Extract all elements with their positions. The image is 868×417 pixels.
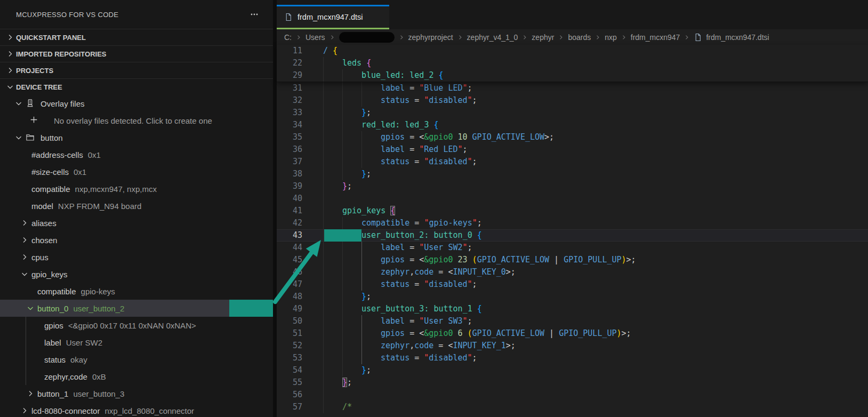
code-line-22[interactable]: 22leds { [277, 57, 868, 69]
code-line-49[interactable]: 49user_button_3: button_1 { [277, 303, 868, 315]
line-number: 40 [277, 193, 302, 205]
code-token: " [463, 316, 468, 326]
chevron-down-icon [23, 304, 37, 312]
tree-item-cpus[interactable]: cpus [0, 248, 273, 266]
tree-item-label: lcd-8080-connector [31, 406, 100, 415]
indent-guide [342, 315, 343, 327]
tree-item-compatible[interactable]: compatiblenxp,mcxn947, nxp,mcx [0, 180, 273, 197]
breadcrumb-item[interactable]: zephyr [532, 33, 554, 42]
code-token: red_led: led_3 [361, 120, 429, 130]
code-line-38[interactable]: 38}; [277, 168, 868, 180]
code-token: " [419, 316, 424, 326]
indent-guide [342, 352, 343, 364]
tree-item-overlay-files[interactable]: Overlay files [0, 95, 273, 112]
code-line-48[interactable]: 48}; [277, 291, 868, 303]
tree-item-label: gpio_keys [31, 270, 68, 279]
code-line-56[interactable]: 56 [277, 389, 868, 401]
indent-guide [361, 315, 362, 327]
code-line-57[interactable]: 57/* [277, 401, 868, 413]
code-line-32[interactable]: 32status = "disabled"; [277, 94, 868, 107]
code-line-36[interactable]: 36label = "Red LED"; [277, 143, 868, 156]
section-device-tree[interactable]: DEVICE TREE [0, 78, 273, 95]
tree-item-value: user_button_3 [73, 389, 124, 398]
line-number: 34 [277, 119, 302, 131]
line-number: 44 [277, 242, 302, 254]
tree-item-chosen[interactable]: chosen [0, 231, 273, 248]
tree-item-lcd-8080-connector[interactable]: lcd-8080-connectornxp_lcd_8080_connector [0, 402, 273, 417]
code-line-31[interactable]: 31label = "Blue LED"; [277, 82, 868, 94]
breadcrumb-item[interactable]: boards [568, 33, 591, 42]
ellipsis-icon[interactable] [247, 10, 261, 19]
file-icon [284, 13, 293, 21]
indent-guide [323, 217, 324, 229]
tree-item-gpio-keys[interactable]: gpio_keys [0, 266, 273, 283]
tree-item-value: <&gpio0 0x17 0x11 0xNAN 0xNAN> [68, 321, 196, 330]
section-quickstart-panel[interactable]: QUICKSTART PANEL [0, 29, 273, 45]
code-token: " [424, 279, 429, 289]
tree-item-label: button_1 [37, 389, 68, 398]
code-token: } [342, 181, 347, 191]
code-line-29[interactable]: 29blue_led: led_2 { [277, 69, 868, 82]
code-line-11[interactable]: 11/ { [277, 45, 868, 57]
tree-item-gpios[interactable]: gpios<&gpio0 0x17 0x11 0xNAN 0xNAN> [0, 317, 273, 334]
tree-item--size-cells[interactable]: #size-cells0x1 [0, 163, 273, 180]
tree-item-label[interactable]: labelUser SW2 [0, 334, 273, 351]
code-token: compatible [361, 218, 409, 228]
code-line-39[interactable]: 39}; [277, 180, 868, 193]
tree-item-status[interactable]: statusokay [0, 351, 273, 368]
code-line-55[interactable]: 55}; [277, 376, 868, 389]
code-line-47[interactable]: 47status = "disabled"; [277, 278, 868, 291]
tree-item-compatible[interactable]: compatiblegpio-keys [0, 283, 273, 300]
indent-guide [323, 291, 324, 303]
breadcrumb-item[interactable]: Users [306, 33, 325, 42]
breadcrumb-item[interactable]: zephyrproject [408, 33, 453, 42]
sidebar-editor-divider[interactable] [273, 0, 277, 417]
code-line-53[interactable]: 53status = "disabled"; [277, 352, 868, 364]
section-projects[interactable]: PROJECTS [0, 62, 273, 78]
breadcrumb-item[interactable]: frdm_mcxn947 [631, 33, 680, 42]
breadcrumb-separator-icon [329, 34, 335, 41]
code-line-52[interactable]: 52zephyr,code = <INPUT_KEY_1>; [277, 340, 868, 352]
tree-item-button-0[interactable]: button_0user_button_2 [0, 300, 273, 317]
code-line-54[interactable]: 54}; [277, 364, 868, 376]
code-line-34[interactable]: 34red_led: led_3 { [277, 119, 868, 131]
tree-item-aliases[interactable]: aliases [0, 214, 273, 231]
tab-frdm-mcxn947-dtsi[interactable]: frdm_mcxn947.dtsi [277, 5, 389, 29]
breadcrumb-item[interactable]: zephyr_v4_1_0 [467, 33, 518, 42]
tree-item-label: gpios [44, 321, 63, 330]
section-imported-repositories[interactable]: IMPORTED REPOSITORIES [0, 45, 273, 62]
code-token: " [468, 279, 472, 289]
chevron-right-icon [18, 219, 31, 227]
line-number: 35 [277, 131, 302, 143]
breadcrumb-item[interactable]: C: [284, 33, 292, 42]
code-line-42[interactable]: 42compatible = "gpio-keys"; [277, 217, 868, 229]
tree-item-button-1[interactable]: button_1user_button_3 [0, 385, 273, 402]
tree-item-create-overlay[interactable]: No overlay files detected. Click to crea… [0, 112, 273, 129]
breadcrumb-item[interactable]: frdm_mcxn947.dtsi [706, 33, 769, 42]
code-line-44[interactable]: 44label = "User SW2"; [277, 242, 868, 254]
tree-item-zephyr-code[interactable]: zephyr,code0xB [0, 368, 273, 385]
tree-item-button[interactable]: button [0, 129, 273, 146]
code-line-45[interactable]: 45gpios = <&gpio0 23 (GPIO_ACTIVE_LOW | … [277, 254, 868, 266]
code-line-50[interactable]: 50label = "User SW3"; [277, 315, 868, 327]
code-line-51[interactable]: 51gpios = <&gpio0 6 (GPIO_ACTIVE_LOW | G… [277, 327, 868, 340]
code-token: gpios [381, 328, 405, 338]
indent-guide [342, 303, 343, 315]
code-line-43[interactable]: 43user_button_2: button_0 { [277, 229, 868, 242]
code-line-41[interactable]: 41gpio_keys { [277, 205, 868, 217]
tree-item-label: chosen [31, 236, 57, 245]
code-line-40[interactable]: 40 [277, 193, 868, 205]
line-number: 41 [277, 205, 302, 217]
code-token: &gpio0 [424, 255, 453, 264]
code-token [433, 70, 438, 80]
indent-guide [323, 82, 324, 94]
code-line-46[interactable]: 46zephyr,code = <INPUT_KEY_0>; [277, 266, 868, 278]
code-line-35[interactable]: 35gpios = <&gpio0 10 GPIO_ACTIVE_LOW>; [277, 131, 868, 143]
indent-guide [323, 242, 324, 254]
code-area[interactable]: 31label = "Blue LED";32status = "disable… [277, 82, 868, 413]
tree-item-model[interactable]: modelNXP FRDM_N94 board [0, 197, 273, 214]
tree-item--address-cells[interactable]: #address-cells0x1 [0, 146, 273, 163]
breadcrumb-item[interactable]: nxp [605, 33, 617, 42]
code-line-33[interactable]: 33}; [277, 107, 868, 119]
code-line-37[interactable]: 37status = "disabled"; [277, 156, 868, 168]
